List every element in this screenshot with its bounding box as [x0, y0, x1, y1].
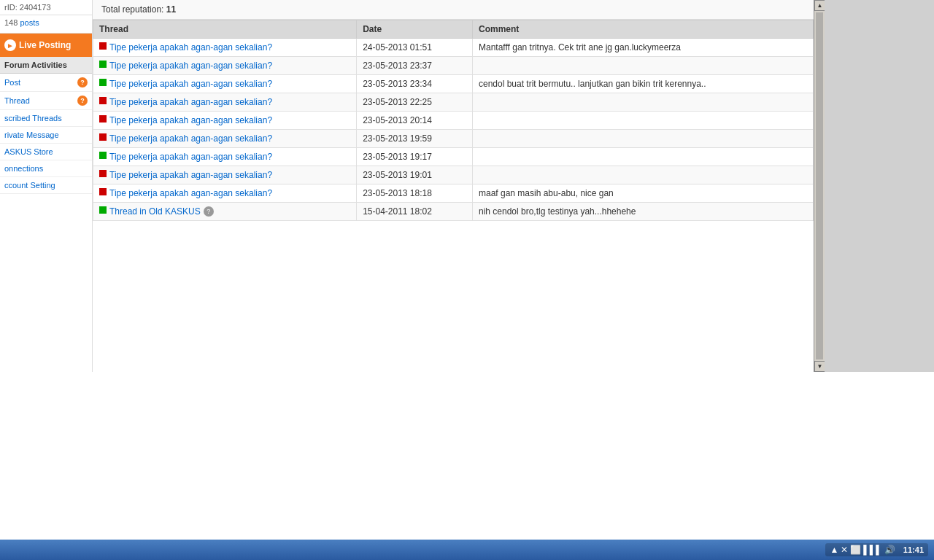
thread-link[interactable]: Thread in Old KASKUS — [109, 206, 201, 217]
help-icon[interactable]: ? — [204, 206, 214, 217]
red-dot-icon — [99, 170, 107, 177]
tray-icon-volume: 🔊 — [884, 545, 895, 555]
green-dot-icon — [99, 206, 107, 214]
red-dot-icon — [99, 115, 107, 122]
table-row: Tipe pekerja apakah agan-agan sekalian?2… — [93, 75, 814, 93]
reputation-value: 11 — [166, 4, 176, 15]
tray-icon-2: ✕ — [841, 545, 848, 555]
scroll-up-button[interactable]: ▲ — [814, 0, 825, 11]
sidebar-item-connections[interactable]: onnections — [0, 160, 92, 177]
date-cell: 24-05-2013 01:51 — [357, 39, 473, 57]
date-cell: 23-05-2013 23:34 — [357, 75, 473, 93]
thread-table-container: Thread Date Comment Tipe pekerja apakah … — [93, 20, 814, 370]
thread-link[interactable]: Tipe pekerja apakah agan-agan sekalian? — [109, 97, 272, 107]
red-dot-icon — [99, 97, 107, 104]
green-dot-icon — [99, 61, 107, 68]
sidebar-item-private-message[interactable]: rivate Message — [0, 127, 92, 144]
sidebar-item-kaskus-store[interactable]: ASKUS Store — [0, 144, 92, 160]
comment-cell: Mantafff gan tritnya. Cek trit ane jg ga… — [472, 39, 813, 57]
sidebar: rID: 2404173 148 posts ► Live Posting Fo… — [0, 0, 93, 372]
red-dot-icon — [99, 133, 107, 141]
table-row: Tipe pekerja apakah agan-agan sekalian?2… — [93, 57, 814, 75]
date-cell: 23-05-2013 19:59 — [357, 130, 473, 148]
table-row: Tipe pekerja apakah agan-agan sekalian?2… — [93, 112, 814, 130]
reputation-bar: Total reputation: 11 — [93, 0, 814, 20]
table-row: Tipe pekerja apakah agan-agan sekalian?2… — [93, 166, 814, 184]
forum-activities-header: Forum Activities — [0, 57, 92, 74]
col-thread: Thread — [93, 20, 357, 39]
date-cell: 23-05-2013 18:18 — [357, 184, 473, 203]
thread-link[interactable]: Tipe pekerja apakah agan-agan sekalian? — [109, 152, 272, 162]
scroll-thumb[interactable] — [816, 12, 823, 359]
scrollbar[interactable]: ▲ ▼ — [814, 0, 825, 372]
live-posting-icon: ► — [4, 39, 16, 51]
sidebar-item-account-setting[interactable]: ccount Setting — [0, 177, 92, 194]
date-cell: 15-04-2011 18:02 — [357, 203, 473, 221]
thread-link[interactable]: Tipe pekerja apakah agan-agan sekalian? — [109, 170, 272, 180]
date-cell: 23-05-2013 19:01 — [357, 166, 473, 184]
main-wrapper: Total reputation: 11 Thread Date Comment… — [93, 0, 825, 372]
table-header-row: Thread Date Comment — [93, 20, 814, 39]
col-comment: Comment — [472, 20, 813, 39]
date-cell: 23-05-2013 22:25 — [357, 93, 473, 112]
green-dot-icon — [99, 152, 107, 159]
scroll-down-button[interactable]: ▼ — [814, 361, 825, 372]
user-id: rID: 2404173 — [0, 0, 92, 15]
sidebar-item-thread[interactable]: Thread ? — [0, 92, 92, 110]
sidebar-item-subscribed-threads[interactable]: scribed Threads — [0, 110, 92, 127]
table-row: Tipe pekerja apakah agan-agan sekalian?2… — [93, 184, 814, 203]
post-badge: ? — [77, 77, 88, 88]
thread-link[interactable]: Tipe pekerja apakah agan-agan sekalian? — [109, 79, 272, 89]
thread-link[interactable]: Tipe pekerja apakah agan-agan sekalian? — [109, 42, 272, 52]
posts-count: 148 posts — [0, 15, 92, 34]
table-row: Tipe pekerja apakah agan-agan sekalian?2… — [93, 148, 814, 166]
thread-link[interactable]: Tipe pekerja apakah agan-agan sekalian? — [109, 188, 272, 198]
sidebar-item-post[interactable]: Post ? — [0, 74, 92, 92]
thread-badge: ? — [77, 96, 88, 106]
right-panel — [825, 0, 934, 372]
red-dot-icon — [99, 42, 107, 50]
table-row: Tipe pekerja apakah agan-agan sekalian?2… — [93, 39, 814, 57]
tray-icon-signal: ▌▌▌ — [863, 545, 882, 555]
system-tray: ▲ ✕ ⬜ ▌▌▌ 🔊 11:41 — [825, 543, 928, 556]
comment-cell — [472, 130, 813, 148]
comment-cell — [472, 112, 813, 130]
comment-cell: cendol buat trit bermutu.. lanjutkan gan… — [472, 75, 813, 93]
date-cell: 23-05-2013 23:37 — [357, 57, 473, 75]
col-date: Date — [357, 20, 473, 39]
comment-cell — [472, 166, 813, 184]
table-row: Thread in Old KASKUS?15-04-2011 18:02nih… — [93, 203, 814, 221]
red-dot-icon — [99, 188, 107, 195]
thread-link[interactable]: Tipe pekerja apakah agan-agan sekalian? — [109, 115, 272, 125]
comment-cell — [472, 57, 813, 75]
main-layout: rID: 2404173 148 posts ► Live Posting Fo… — [0, 0, 934, 372]
clock: 11:41 — [903, 545, 924, 554]
date-cell: 23-05-2013 19:17 — [357, 148, 473, 166]
thread-link[interactable]: Tipe pekerja apakah agan-agan sekalian? — [109, 133, 272, 144]
comment-cell: maaf gan masih abu-abu, nice gan — [472, 184, 813, 203]
table-body: Tipe pekerja apakah agan-agan sekalian?2… — [93, 39, 814, 221]
taskbar: ▲ ✕ ⬜ ▌▌▌ 🔊 11:41 — [0, 540, 934, 560]
comment-cell: nih cendol bro,tlg testinya yah...hheheh… — [472, 203, 813, 221]
date-cell: 23-05-2013 20:14 — [357, 112, 473, 130]
comment-cell — [472, 148, 813, 166]
green-dot-icon — [99, 79, 107, 86]
tray-icon-1: ▲ — [830, 545, 838, 555]
table-row: Tipe pekerja apakah agan-agan sekalian?2… — [93, 130, 814, 148]
table-row: Tipe pekerja apakah agan-agan sekalian?2… — [93, 93, 814, 112]
thread-link[interactable]: Tipe pekerja apakah agan-agan sekalian? — [109, 61, 272, 71]
thread-table: Thread Date Comment Tipe pekerja apakah … — [93, 20, 814, 221]
comment-cell — [472, 93, 813, 112]
live-posting-button[interactable]: ► Live Posting — [0, 34, 92, 57]
main-content: Total reputation: 11 Thread Date Comment… — [93, 0, 814, 372]
tray-icon-3: ⬜ — [850, 545, 861, 555]
posts-link[interactable]: posts — [20, 18, 39, 27]
